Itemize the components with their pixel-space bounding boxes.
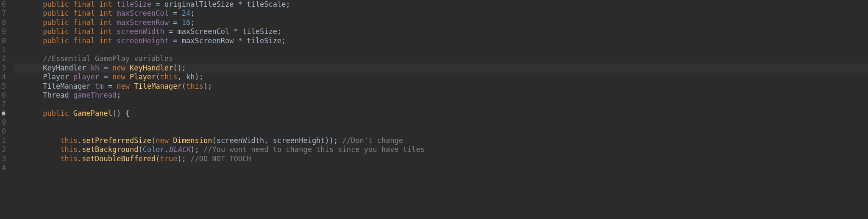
line-number: 7 xyxy=(2,9,6,18)
code-line[interactable] xyxy=(14,163,868,172)
code-line[interactable]: public final int screenWidth = maxScreen… xyxy=(14,27,868,36)
gutter-collapse-icon[interactable] xyxy=(2,112,5,115)
line-number: 5 xyxy=(2,82,6,91)
code-line[interactable]: public final int maxScreenRow = 16; xyxy=(14,18,868,27)
code-line[interactable] xyxy=(14,45,868,54)
line-number: 1 xyxy=(2,45,6,54)
code-line[interactable] xyxy=(14,100,868,109)
line-number: 3 xyxy=(2,64,6,73)
line-number: 9 xyxy=(2,118,6,127)
code-line[interactable]: this.setBackground(Color.BLACK); //You w… xyxy=(14,145,868,154)
line-number: 4 xyxy=(2,73,6,81)
line-number: 0 xyxy=(2,127,6,136)
code-line[interactable]: TileManager tm = new TileManager(this); xyxy=(14,82,868,91)
line-number: 2 xyxy=(2,54,6,63)
code-line[interactable]: this.setDoubleBuffered(true); //DO NOT T… xyxy=(14,154,868,163)
code-line[interactable]: public final int maxScreenCol = 24; xyxy=(14,9,868,18)
line-number: 9 xyxy=(2,27,6,36)
line-number: 4 xyxy=(2,163,6,172)
code-line[interactable]: public GamePanel() { xyxy=(14,109,868,118)
gutter: 6 7 8 9 0 1 2 3 4 5 6 7 8 9 0 1 2 3 4 xyxy=(0,0,14,219)
text-caret xyxy=(115,65,115,72)
line-number: 0 xyxy=(2,36,6,45)
line-number: 6 xyxy=(2,0,6,9)
code-line[interactable] xyxy=(14,118,868,127)
code-line[interactable]: Thread gameThread; xyxy=(14,91,868,100)
code-line[interactable]: public final int tileSize = originalTile… xyxy=(14,0,868,9)
line-number: 6 xyxy=(2,91,6,100)
line-number: 1 xyxy=(2,136,6,145)
code-line[interactable] xyxy=(14,127,868,136)
line-number: 8 xyxy=(2,109,6,118)
code-area[interactable]: public final int tileSize = originalTile… xyxy=(14,0,868,219)
code-editor[interactable]: 6 7 8 9 0 1 2 3 4 5 6 7 8 9 0 1 2 3 4 pu… xyxy=(0,0,868,219)
code-line[interactable]: this.setPreferredSize(new Dimension(scre… xyxy=(14,136,868,145)
line-number: 2 xyxy=(2,145,6,154)
code-line[interactable]: Player player = new Player(this, kh); xyxy=(14,73,868,81)
code-line[interactable]: public final int screenHeight = maxScree… xyxy=(14,36,868,45)
code-line[interactable]: //Essential GamePlay variables xyxy=(14,54,868,63)
line-number: 3 xyxy=(2,154,6,163)
line-number: 8 xyxy=(2,18,6,27)
line-number: 7 xyxy=(2,100,6,109)
code-line-active[interactable]: KeyHandler kh = new KeyHandler(); xyxy=(14,64,868,73)
